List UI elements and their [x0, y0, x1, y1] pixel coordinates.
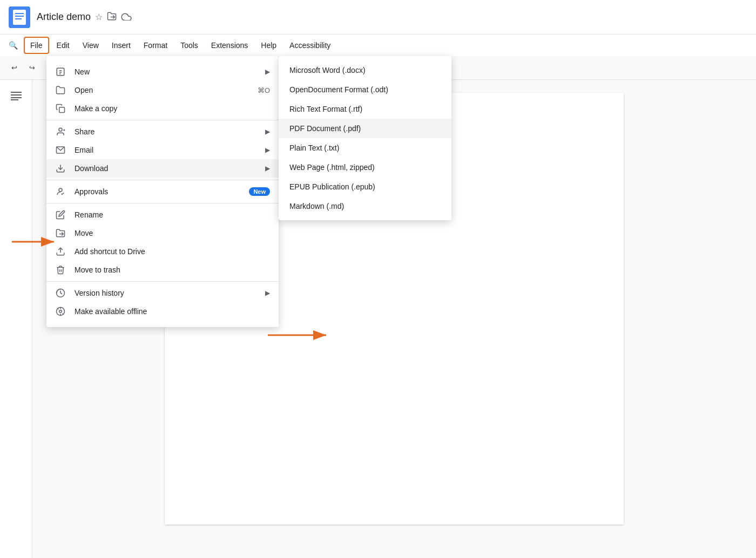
title-icons: ☆	[95, 11, 132, 23]
svg-rect-9	[11, 99, 18, 100]
rename-icon	[55, 210, 66, 220]
md-label: Markdown (.md)	[289, 202, 344, 210]
menu-move[interactable]: Move	[46, 224, 279, 242]
menu-download[interactable]: Download ▶	[46, 159, 279, 178]
top-bar: Article demo ☆	[0, 0, 756, 35]
offline-label: Make available offline	[75, 307, 270, 316]
download-submenu: Microsoft Word (.docx) OpenDocument Form…	[279, 56, 451, 220]
approvals-label: Approvals	[75, 187, 240, 196]
menu-rename[interactable]: Rename	[46, 206, 279, 224]
group-manage: Rename Move Add shortcut to Drive	[46, 203, 279, 282]
download-epub[interactable]: EPUB Publication (.epub)	[279, 177, 451, 196]
copy-label: Make a copy	[75, 104, 270, 113]
download-docx[interactable]: Microsoft Word (.docx)	[279, 60, 451, 80]
menu-help[interactable]: Help	[255, 38, 282, 53]
left-sidebar	[0, 80, 32, 558]
menu-open[interactable]: Open ⌘O	[46, 81, 279, 99]
menu-add-shortcut[interactable]: Add shortcut to Drive	[46, 242, 279, 261]
version-arrow: ▶	[265, 289, 270, 297]
svg-rect-6	[11, 92, 22, 93]
menu-edit[interactable]: Edit	[51, 38, 75, 53]
undo-btn[interactable]: ↩	[6, 61, 22, 74]
group-file-basic: New ▶ Open ⌘O Make a copy	[46, 60, 279, 120]
star-icon[interactable]: ☆	[95, 12, 103, 22]
download-rtf[interactable]: Rich Text Format (.rtf)	[279, 99, 451, 119]
epub-label: EPUB Publication (.epub)	[289, 182, 375, 191]
menu-accessibility[interactable]: Accessibility	[284, 38, 336, 53]
svg-rect-1	[13, 10, 26, 25]
svg-rect-2	[15, 13, 24, 14]
svg-rect-7	[11, 94, 22, 96]
download-txt[interactable]: Plain Text (.txt)	[279, 138, 451, 158]
docx-label: Microsoft Word (.docx)	[289, 66, 366, 74]
file-menu-dropdown: New ▶ Open ⌘O Make a copy	[46, 56, 279, 327]
menu-approvals[interactable]: Approvals New	[46, 182, 279, 201]
svg-rect-8	[11, 97, 22, 98]
svg-point-20	[59, 188, 62, 192]
menu-new[interactable]: New ▶	[46, 63, 279, 81]
pdf-label: PDF Document (.pdf)	[289, 124, 361, 133]
svg-point-25	[59, 310, 62, 313]
email-label: Email	[75, 146, 256, 154]
shortcut-label: Add shortcut to Drive	[75, 247, 270, 256]
group-share: Share ▶ Email ▶ Download ▶	[46, 120, 279, 180]
menu-extensions[interactable]: Extensions	[206, 38, 253, 53]
rtf-label: Rich Text Format (.rtf)	[289, 105, 362, 113]
share-label: Share	[75, 127, 256, 136]
doc-title: Article demo ☆	[37, 11, 132, 23]
rename-label: Rename	[75, 210, 270, 219]
folder-move-icon[interactable]	[107, 11, 117, 23]
open-label: Open	[75, 86, 249, 94]
download-label: Download	[75, 164, 256, 173]
new-doc-icon	[55, 67, 66, 77]
cloud-icon[interactable]	[121, 12, 132, 23]
approvals-icon	[55, 187, 66, 196]
new-badge: New	[249, 187, 270, 196]
offline-icon	[55, 307, 66, 316]
menu-make-copy[interactable]: Make a copy	[46, 99, 279, 118]
download-arrow: ▶	[265, 165, 270, 172]
menu-trash[interactable]: Move to trash	[46, 261, 279, 279]
svg-rect-4	[15, 18, 22, 19]
redo-btn[interactable]: ↪	[24, 61, 40, 74]
email-arrow: ▶	[265, 146, 270, 154]
download-html[interactable]: Web Page (.html, zipped)	[279, 158, 451, 177]
svg-rect-14	[59, 107, 65, 113]
share-icon	[55, 127, 66, 137]
download-odt[interactable]: OpenDocument Format (.odt)	[279, 80, 451, 99]
menu-format[interactable]: Format	[138, 38, 173, 53]
share-arrow: ▶	[265, 128, 270, 135]
history-icon	[55, 288, 66, 298]
odt-label: OpenDocument Format (.odt)	[289, 85, 388, 94]
trash-icon	[55, 265, 66, 275]
version-label: Version history	[75, 289, 256, 297]
email-icon	[55, 145, 66, 155]
menu-bar: 🔍 File Edit View Insert Format Tools Ext…	[0, 35, 756, 56]
trash-label: Move to trash	[75, 266, 270, 274]
sidebar-list-icon[interactable]	[6, 86, 26, 106]
svg-rect-3	[15, 16, 24, 17]
title-area: Article demo ☆	[37, 11, 132, 23]
open-icon	[55, 85, 66, 95]
menu-email[interactable]: Email ▶	[46, 141, 279, 159]
menu-view[interactable]: View	[77, 38, 104, 53]
menu-offline[interactable]: Make available offline	[46, 302, 279, 321]
menu-tools[interactable]: Tools	[175, 38, 204, 53]
download-arrow-indicator	[12, 233, 60, 250]
group-approvals: Approvals New	[46, 180, 279, 203]
doc-title-text: Article demo	[37, 11, 91, 23]
new-label: New	[75, 67, 256, 76]
search-icon[interactable]: 🔍	[4, 37, 22, 54]
menu-version-history[interactable]: Version history ▶	[46, 284, 279, 302]
menu-file[interactable]: File	[24, 37, 49, 54]
txt-label: Plain Text (.txt)	[289, 144, 339, 152]
menu-share[interactable]: Share ▶	[46, 123, 279, 141]
download-icon	[55, 164, 66, 173]
new-arrow: ▶	[265, 68, 270, 76]
pdf-arrow-indicator	[268, 326, 333, 344]
html-label: Web Page (.html, zipped)	[289, 163, 375, 172]
menu-insert[interactable]: Insert	[106, 38, 136, 53]
group-history: Version history ▶ Make available offline	[46, 282, 279, 323]
download-pdf[interactable]: PDF Document (.pdf)	[279, 119, 451, 138]
download-md[interactable]: Markdown (.md)	[279, 196, 451, 216]
